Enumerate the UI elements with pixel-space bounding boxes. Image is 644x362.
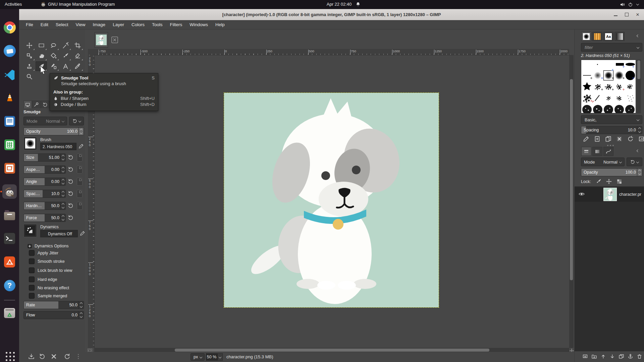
horizontal-ruler[interactable]: -750-500-2500250500750100012501500175020… bbox=[94, 49, 569, 55]
layer-visibility-eye-icon[interactable] bbox=[579, 192, 585, 197]
menu-layer[interactable]: Layer bbox=[109, 20, 128, 29]
open-brush-as-image-icon[interactable] bbox=[638, 136, 644, 142]
tab-patterns[interactable] bbox=[592, 32, 602, 41]
vertical-scrollbar-thumb[interactable] bbox=[570, 79, 573, 280]
dynamics-name-field[interactable]: Dynamics Off bbox=[40, 230, 78, 237]
slider-hardn-spinner[interactable] bbox=[60, 202, 65, 209]
paint-mode-dropdown[interactable]: Mode Normal bbox=[23, 117, 67, 125]
delete-brush-icon[interactable] bbox=[616, 136, 623, 142]
brush-grid-scrollbar[interactable] bbox=[637, 60, 641, 113]
tool-fuzzy-select[interactable] bbox=[60, 41, 71, 50]
dock-item-chrome[interactable] bbox=[2, 20, 17, 35]
anchor-layer-icon[interactable] bbox=[628, 354, 633, 359]
menu-colors[interactable]: Colors bbox=[128, 20, 148, 29]
tool-clone[interactable] bbox=[23, 61, 35, 71]
activities-button[interactable]: Activities bbox=[5, 2, 22, 7]
checkbox-sample-merged[interactable]: Sample merged bbox=[29, 293, 67, 299]
link-spac-button[interactable] bbox=[77, 190, 83, 198]
dock-item-trash[interactable] bbox=[2, 306, 17, 320]
tab-paths[interactable] bbox=[603, 147, 613, 156]
raise-layer-icon[interactable] bbox=[600, 354, 606, 359]
brush-grid[interactable] bbox=[581, 60, 636, 113]
layer-mode-dropdown[interactable]: Mode Normal bbox=[581, 158, 625, 166]
slider-angle[interactable]: Angle0.00 bbox=[23, 178, 66, 186]
reset-angle-icon[interactable] bbox=[68, 179, 73, 184]
new-brush-icon[interactable] bbox=[594, 136, 600, 142]
tool-smudge[interactable] bbox=[36, 61, 47, 71]
menu-edit[interactable]: Edit bbox=[37, 20, 52, 29]
zoom-dropdown-button[interactable] bbox=[217, 353, 223, 361]
image-tab-active[interactable] bbox=[95, 32, 108, 48]
reset-spac-icon[interactable] bbox=[68, 191, 73, 196]
slider-spac[interactable]: Spac…10.0 bbox=[23, 190, 66, 198]
link-aspe-button[interactable] bbox=[77, 166, 83, 174]
link-hardn-button[interactable] bbox=[77, 202, 83, 210]
checkbox-smooth-stroke[interactable]: Smooth stroke bbox=[29, 258, 65, 264]
tab-channels[interactable] bbox=[592, 147, 602, 156]
volume-icon[interactable] bbox=[620, 2, 625, 7]
dock-item-help[interactable]: ? bbox=[2, 278, 17, 293]
unit-dropdown[interactable]: px bbox=[191, 353, 205, 361]
menu-file[interactable]: File bbox=[22, 20, 37, 29]
dock-item-vscode[interactable] bbox=[2, 67, 17, 81]
tab-gradients[interactable] bbox=[614, 32, 625, 41]
slider-size[interactable]: Size51.00 bbox=[23, 154, 66, 162]
image-tab-close-icon[interactable] bbox=[111, 36, 119, 44]
slider-aspe[interactable]: Aspe…0.00 bbox=[23, 166, 66, 174]
checkbox-apply-jitter[interactable]: Apply Jitter bbox=[29, 250, 58, 256]
dock-item-libreoffice-calc[interactable] bbox=[2, 137, 17, 152]
canvas-image[interactable] bbox=[224, 93, 439, 307]
opacity-spinner[interactable] bbox=[78, 128, 84, 135]
layer-row[interactable]: character.png bbox=[575, 187, 644, 202]
window-titlebar[interactable]: [character] (imported)-1.0 (RGB color 8-… bbox=[19, 9, 644, 20]
notification-bell-icon[interactable] bbox=[356, 2, 361, 7]
lock-paint-button[interactable] bbox=[596, 179, 601, 184]
slider-size-spinner[interactable] bbox=[60, 154, 65, 161]
lock-alpha-button[interactable] bbox=[616, 179, 622, 184]
tab-layers[interactable] bbox=[581, 147, 591, 156]
reset-aspe-icon[interactable] bbox=[68, 167, 73, 172]
tool-bucket-fill[interactable] bbox=[48, 51, 59, 61]
slider-aspe-spinner[interactable] bbox=[60, 166, 65, 173]
brush-thumbnail-button[interactable] bbox=[23, 137, 37, 150]
dynamics-options-expander[interactable]: Dynamics Options bbox=[28, 244, 68, 248]
rate-spinner[interactable] bbox=[78, 301, 84, 309]
layer-opacity-slider[interactable]: Opacity 100.0 bbox=[581, 168, 642, 176]
dock-item-libreoffice-impress[interactable] bbox=[2, 161, 17, 175]
dock-item-vlc[interactable] bbox=[2, 90, 17, 105]
slider-hardn[interactable]: Hardn…50.0 bbox=[23, 202, 66, 210]
dock-item-gimp[interactable] bbox=[2, 184, 17, 199]
duplicate-brush-icon[interactable] bbox=[605, 136, 611, 142]
reset-force-icon[interactable] bbox=[68, 215, 73, 221]
dock-grip[interactable] bbox=[610, 145, 611, 146]
vertical-scrollbar[interactable] bbox=[569, 55, 574, 348]
tab-tool-options[interactable] bbox=[23, 101, 32, 108]
layer-mode-reset-button[interactable] bbox=[627, 158, 642, 166]
edit-dynamics-icon[interactable] bbox=[80, 231, 85, 236]
checkbox-hard-edge[interactable]: Hard edge bbox=[29, 277, 57, 282]
save-preset-icon[interactable] bbox=[28, 353, 35, 360]
horizontal-scrollbar-thumb[interactable] bbox=[175, 349, 489, 352]
layer-thumbnail[interactable] bbox=[603, 188, 617, 201]
brush-name-field[interactable]: 2. Hardness 050 bbox=[40, 143, 76, 150]
edit-brush-icon[interactable] bbox=[583, 136, 589, 142]
edit-brush-icon[interactable] bbox=[78, 143, 84, 149]
flow-slider[interactable]: Flow 0.0 bbox=[23, 311, 84, 319]
refresh-brushes-icon[interactable] bbox=[627, 136, 634, 142]
window-close-button[interactable]: × bbox=[634, 11, 641, 18]
slider-force[interactable]: Force50.0 bbox=[23, 214, 66, 222]
link-angle-button[interactable] bbox=[77, 178, 83, 186]
tool-zoom[interactable] bbox=[23, 72, 35, 81]
menu-select[interactable]: Select bbox=[52, 20, 72, 29]
tool-color-picker[interactable] bbox=[72, 61, 83, 71]
tab-fonts[interactable]: Aa bbox=[603, 32, 613, 41]
brush-group-dropdown[interactable]: Basic, bbox=[581, 115, 642, 124]
new-group-icon[interactable] bbox=[591, 354, 597, 359]
slider-spac-spinner[interactable] bbox=[60, 190, 65, 197]
dock-item-libreoffice-writer[interactable] bbox=[2, 114, 17, 128]
tab-undo-history[interactable] bbox=[41, 101, 49, 108]
menu-view[interactable]: View bbox=[72, 20, 89, 29]
rate-slider[interactable]: Rate 50.0 bbox=[23, 301, 84, 309]
tool-eraser[interactable] bbox=[72, 51, 83, 61]
lock-position-button[interactable] bbox=[606, 179, 612, 184]
